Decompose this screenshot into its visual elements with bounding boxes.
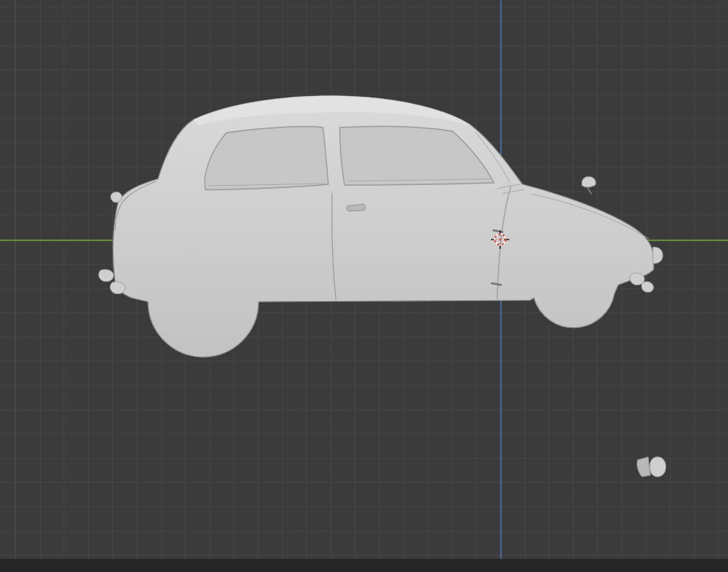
3d-cursor-center-dot: [499, 238, 501, 240]
detached-mirror-head[interactable]: [650, 457, 666, 477]
rear-lamp: [110, 192, 122, 203]
rear-side-window: [205, 127, 328, 190]
detached-mirror-plate[interactable]: [637, 457, 651, 477]
wing-mirror-stalk: [588, 187, 591, 194]
3d-viewport-window: [0, 0, 728, 572]
car-body-model[interactable]: [99, 96, 663, 357]
front-side-lamp: [653, 247, 663, 263]
scene-overlay: [0, 0, 728, 572]
detached-mirror-model[interactable]: [637, 457, 666, 477]
wing-mirror-small: [581, 177, 595, 187]
rear-bumper-knob-1: [99, 269, 114, 282]
rear-bumper-knob-2: [110, 282, 126, 294]
front-bumper-knob-2: [641, 282, 654, 293]
viewport-bottom-bar: [0, 559, 728, 572]
